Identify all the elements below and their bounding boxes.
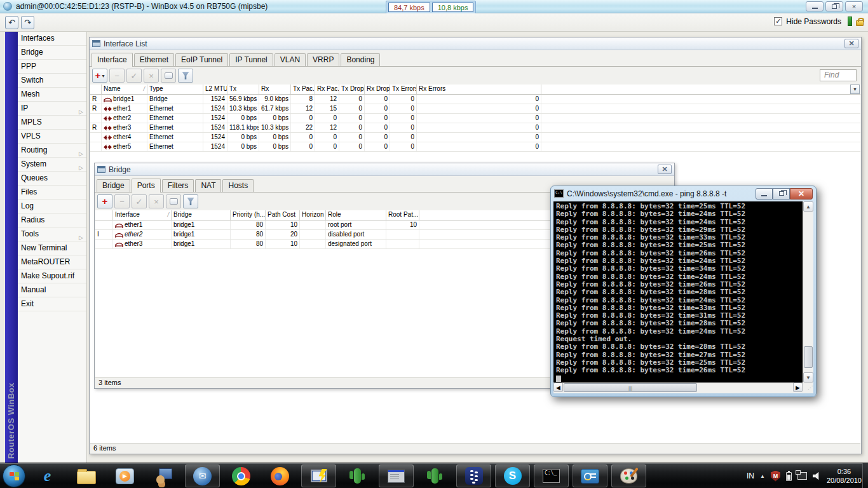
undo-button[interactable]: ↶ xyxy=(5,16,18,29)
filter-button[interactable] xyxy=(178,69,193,83)
volume-icon[interactable] xyxy=(813,472,821,480)
tab-filters[interactable]: Filters xyxy=(162,179,194,192)
interface-row-bridge1[interactable]: R bridge1 Bridge 1524 56.9 kbps 9.0 kbps… xyxy=(90,95,860,104)
sidebar-item-exit[interactable]: Exit xyxy=(18,297,86,311)
enable-button[interactable]: ✓ xyxy=(126,69,142,83)
close-button[interactable]: ✕ xyxy=(790,188,813,200)
rx-errors-column-header[interactable]: Rx Errors xyxy=(417,85,541,94)
taskbar-item-remote-desktop[interactable] xyxy=(146,464,181,487)
l2mtu-column-header[interactable]: L2 MTU xyxy=(203,85,227,94)
sidebar-item-ppp[interactable]: PPP xyxy=(18,60,86,74)
horizontal-scrollbar[interactable]: ◄ ||| ► ⋰ xyxy=(553,383,813,393)
taskbar-item-windows-explorer[interactable] xyxy=(69,464,104,487)
interface-row-ether3[interactable]: R ether3 Ethernet 1524 118.1 kbps 10.3 k… xyxy=(90,123,860,133)
taskbar-item-thunderbird[interactable]: ✉ xyxy=(185,464,220,487)
sidebar-item-radius[interactable]: Radius xyxy=(18,214,86,227)
add-button[interactable]: + xyxy=(97,194,112,208)
remove-button[interactable]: − xyxy=(109,69,125,83)
sidebar-item-mesh[interactable]: Mesh xyxy=(18,88,86,102)
rx-drops-column-header[interactable]: Rx Drops xyxy=(365,85,390,94)
sidebar-item-files[interactable]: Files xyxy=(18,186,86,200)
flags-column-header[interactable] xyxy=(90,85,102,94)
close-icon[interactable]: ✕ xyxy=(658,165,672,174)
tab-ethernet[interactable]: Ethernet xyxy=(134,53,174,66)
priority-column-header[interactable]: Priority (h... xyxy=(231,210,266,220)
disable-button[interactable]: × xyxy=(149,194,164,208)
sidebar-item-interfaces[interactable]: Interfaces xyxy=(18,32,86,46)
taskbar-item-display-settings[interactable] xyxy=(573,464,607,487)
interface-row-ether2[interactable]: ether2 Ethernet 1524 0 bps 0 bps 0 0 0 0… xyxy=(90,114,860,123)
tab-bonding[interactable]: Bonding xyxy=(341,53,380,66)
interface-column-header[interactable]: Interface/ xyxy=(113,210,172,220)
sidebar-item-queues[interactable]: Queues xyxy=(18,172,86,186)
close-button[interactable]: × xyxy=(845,1,863,11)
comment-button[interactable] xyxy=(161,69,176,83)
tab-interface[interactable]: Interface xyxy=(92,53,133,67)
scroll-right-icon[interactable]: ► xyxy=(793,383,803,392)
redo-button[interactable]: ↷ xyxy=(21,16,34,29)
hide-passwords-checkbox[interactable]: ✓ xyxy=(774,17,782,25)
minimize-button[interactable] xyxy=(806,1,824,11)
bridge-column-header[interactable]: Bridge xyxy=(172,210,231,220)
interface-list-titlebar[interactable]: Interface List ✕ xyxy=(90,37,861,50)
close-icon[interactable]: ✕ xyxy=(844,39,858,48)
taskbar-item-firefox[interactable] xyxy=(262,464,297,487)
horizontal-scroll-thumb[interactable]: ||| xyxy=(564,383,697,392)
sidebar-item-switch[interactable]: Switch xyxy=(18,74,86,88)
rx-column-header[interactable]: Rx xyxy=(259,85,291,94)
tx-packet-column-header[interactable]: Tx Pac... xyxy=(291,85,315,94)
interface-row-ether1[interactable]: R ether1 Ethernet 1524 10.3 kbps 61.7 kb… xyxy=(90,104,860,114)
taskbar-item-blackberry[interactable] xyxy=(456,464,491,487)
sidebar-item-routing[interactable]: Routing▷ xyxy=(18,144,86,158)
path-cost-column-header[interactable]: Path Cost xyxy=(266,210,300,220)
tx-column-header[interactable]: Tx xyxy=(227,85,259,94)
scroll-down-icon[interactable]: ▼ xyxy=(803,372,813,383)
role-column-header[interactable]: Role xyxy=(326,210,386,220)
remove-button[interactable]: − xyxy=(114,194,130,208)
interface-row-ether5[interactable]: ether5 Ethernet 1524 0 bps 0 bps 0 0 0 0… xyxy=(90,142,860,152)
scroll-up-icon[interactable]: ▲ xyxy=(803,201,813,212)
name-column-header[interactable]: Name/ xyxy=(102,85,147,94)
tray-clock[interactable]: 0:36 20/08/2010 xyxy=(827,467,862,485)
flags-column-header[interactable] xyxy=(95,210,113,220)
taskbar-item-winbox-loader[interactable] xyxy=(379,464,414,487)
tab-eoip-tunnel[interactable]: EoIP Tunnel xyxy=(175,53,228,66)
add-button[interactable]: +▾ xyxy=(92,69,107,83)
tab-ip-tunnel[interactable]: IP Tunnel xyxy=(229,53,273,66)
tab-vlan[interactable]: VLAN xyxy=(275,53,306,66)
hidden-icons-button[interactable]: ▲ xyxy=(760,473,765,479)
taskbar-item-winbox[interactable] xyxy=(301,464,336,487)
rx-packet-column-header[interactable]: Rx Pac... xyxy=(315,85,339,94)
taskbar-item-cacti-2[interactable] xyxy=(417,464,452,487)
taskbar-item-cacti[interactable] xyxy=(340,464,375,487)
taskbar-item-chrome[interactable] xyxy=(224,464,259,487)
column-options-button[interactable]: ▼ xyxy=(850,85,860,94)
root-path-column-header[interactable]: Root Pat... xyxy=(386,210,419,220)
horizon-column-header[interactable]: Horizon xyxy=(300,210,326,220)
find-button[interactable]: Find xyxy=(820,69,857,81)
interface-row-ether4[interactable]: ether4 Ethernet 1524 0 bps 0 bps 0 0 0 0… xyxy=(90,133,860,142)
restore-button[interactable] xyxy=(825,1,843,11)
minimize-button[interactable] xyxy=(756,188,773,200)
tx-drops-column-header[interactable]: Tx Drops xyxy=(339,85,365,94)
tx-errors-column-header[interactable]: Tx Errors xyxy=(390,85,417,94)
taskbar-item-internet-explorer[interactable]: e xyxy=(30,464,65,487)
sidebar-item-metarouter[interactable]: MetaROUTER xyxy=(18,255,86,269)
sidebar-item-make-supout[interactable]: Make Supout.rif xyxy=(18,269,86,283)
tab-hosts[interactable]: Hosts xyxy=(222,179,254,192)
comment-button[interactable] xyxy=(166,194,181,208)
mcafee-icon[interactable]: M xyxy=(771,471,780,482)
sidebar-item-tools[interactable]: Tools▷ xyxy=(18,227,86,241)
vertical-scrollbar[interactable]: ▲ ▼ xyxy=(803,201,813,383)
enable-button[interactable]: ✓ xyxy=(132,194,147,208)
bridge-titlebar[interactable]: Bridge ✕ xyxy=(95,163,674,176)
sidebar-item-log[interactable]: Log xyxy=(18,200,86,214)
type-column-header[interactable]: Type xyxy=(147,85,203,94)
taskbar-item-command-prompt[interactable]: C:\_ xyxy=(534,464,569,487)
cmd-titlebar[interactable]: C:\ C:\Windows\system32\cmd.exe - ping 8… xyxy=(551,186,816,201)
scroll-left-icon[interactable]: ◄ xyxy=(553,383,563,392)
disable-button[interactable]: × xyxy=(144,69,159,83)
show-desktop-button[interactable] xyxy=(862,463,868,488)
sidebar-item-ip[interactable]: IP▷ xyxy=(18,102,86,116)
sidebar-item-bridge[interactable]: Bridge xyxy=(18,46,86,60)
